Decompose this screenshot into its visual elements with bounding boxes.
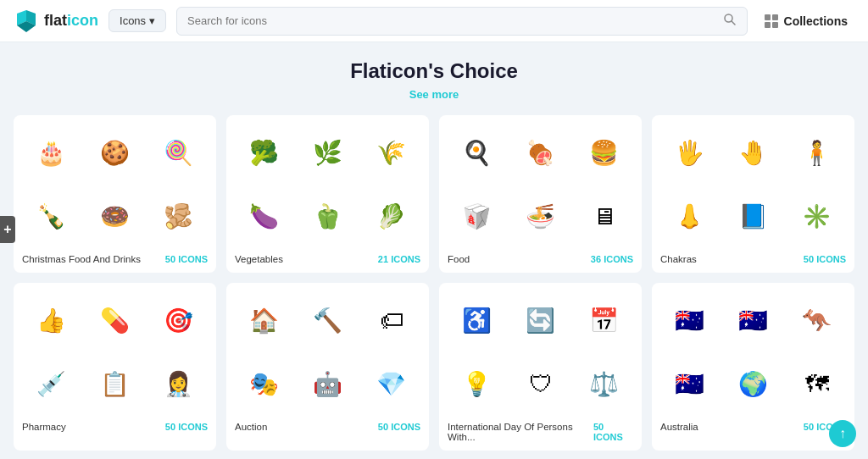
list-item: 🤚 xyxy=(724,124,782,182)
icon-card[interactable]: 🖐🤚🧍👃📘✳️Chakras50 ICONS xyxy=(652,115,854,273)
list-item: 🍪 xyxy=(86,124,144,182)
card-count: 50 ICONS xyxy=(593,422,633,442)
card-footer: Australia50 ICONS xyxy=(660,422,846,432)
list-item: 🫑 xyxy=(298,187,357,246)
list-item: 👍 xyxy=(22,291,81,350)
list-item: 📅 xyxy=(575,291,633,350)
icons-preview: ♿🔄📅💡🛡⚖️ xyxy=(448,291,633,413)
card-name: Christmas Food And Drinks xyxy=(22,254,141,264)
list-item: 🔨 xyxy=(298,291,357,350)
card-footer: Christmas Food And Drinks50 ICONS xyxy=(22,254,208,264)
list-item: 🍾 xyxy=(22,187,81,246)
list-item: 🇦🇺 xyxy=(724,291,782,350)
list-item: 🍩 xyxy=(86,187,144,246)
icon-card[interactable]: 🏠🔨🏷🎭🤖💎Auction50 ICONS xyxy=(226,283,429,451)
icon-card[interactable]: 👍💊🎯💉📋👩‍⚕️Pharmacy50 ICONS xyxy=(14,283,216,451)
list-item: 🍜 xyxy=(511,187,570,246)
icons-preview: 🏠🔨🏷🎭🤖💎 xyxy=(235,291,420,413)
list-item: ✳️ xyxy=(787,187,846,246)
icons-preview: 🥦🌿🌾🍆🫑🥬 xyxy=(235,124,420,246)
list-item: 🇦🇺 xyxy=(660,291,719,350)
list-item: 🌾 xyxy=(362,124,420,182)
card-footer: Chakras50 ICONS xyxy=(660,254,846,264)
list-item: 🍳 xyxy=(448,124,506,182)
list-item: 🌿 xyxy=(298,124,357,182)
card-name: Australia xyxy=(660,422,698,432)
card-name: International Day Of Persons With... xyxy=(448,422,593,442)
card-name: Food xyxy=(448,254,470,264)
scroll-up-button[interactable]: ↑ xyxy=(829,420,856,447)
see-more-container: See more xyxy=(14,86,854,102)
list-item: 🗺 xyxy=(787,355,846,413)
list-item: 👃 xyxy=(660,187,719,246)
list-item: ♿ xyxy=(448,291,506,350)
list-item: 🍆 xyxy=(235,187,293,246)
logo[interactable]: flaticon xyxy=(14,8,98,34)
icons-preview: 👍💊🎯💉📋👩‍⚕️ xyxy=(22,291,208,413)
list-item: 💊 xyxy=(86,291,144,350)
list-item: 📘 xyxy=(724,187,782,246)
icons-preview: 🇦🇺🇦🇺🦘🇦🇺🌍🗺 xyxy=(660,291,846,413)
list-item: 🖥 xyxy=(575,187,633,246)
list-item: 📋 xyxy=(86,355,144,413)
list-item: 🫚 xyxy=(149,187,208,246)
list-item: 🛡 xyxy=(511,355,570,413)
plus-icon: + xyxy=(3,222,11,237)
list-item: 🎂 xyxy=(22,124,81,182)
list-item: 💡 xyxy=(448,355,506,413)
icon-grid: 🎂🍪🍭🍾🍩🫚Christmas Food And Drinks50 ICONS🥦… xyxy=(14,115,854,451)
list-item: 🍔 xyxy=(575,124,633,182)
main-content: Flaticon's Choice See more 🎂🍪🍭🍾🍩🫚Christm… xyxy=(0,42,868,459)
card-footer: Auction50 ICONS xyxy=(235,422,420,432)
icons-preview: 🎂🍪🍭🍾🍩🫚 xyxy=(22,124,208,246)
card-name: Pharmacy xyxy=(22,422,66,432)
list-item: 🦘 xyxy=(787,291,846,350)
chevron-down-icon: ▾ xyxy=(149,14,155,27)
card-count: 21 ICONS xyxy=(378,254,420,264)
icon-card[interactable]: 🥦🌿🌾🍆🫑🥬Vegetables21 ICONS xyxy=(226,115,429,273)
icon-card[interactable]: ♿🔄📅💡🛡⚖️International Day Of Persons With… xyxy=(439,283,642,451)
logo-icon xyxy=(14,8,39,34)
list-item: 🎭 xyxy=(235,355,293,413)
card-count: 50 ICONS xyxy=(165,254,208,264)
add-button[interactable]: + xyxy=(0,216,15,243)
list-item: 🥬 xyxy=(362,187,420,246)
list-item: ⚖️ xyxy=(575,355,633,413)
list-item: 🍖 xyxy=(511,124,570,182)
card-count: 50 ICONS xyxy=(378,422,420,432)
collections-button[interactable]: Collections xyxy=(758,14,854,28)
collections-label: Collections xyxy=(784,14,848,28)
card-name: Vegetables xyxy=(235,254,283,264)
list-item: 🥦 xyxy=(235,124,293,182)
card-footer: Pharmacy50 ICONS xyxy=(22,422,208,432)
card-count: 50 ICONS xyxy=(804,254,846,264)
icons-nav-label: Icons xyxy=(120,14,146,27)
logo-text: flaticon xyxy=(44,12,98,30)
list-item: 🎯 xyxy=(149,291,208,350)
svg-line-5 xyxy=(732,21,735,25)
icon-card[interactable]: 🎂🍪🍭🍾🍩🫚Christmas Food And Drinks50 ICONS xyxy=(14,115,216,273)
icons-preview: 🍳🍖🍔🥡🍜🖥 xyxy=(448,124,633,246)
section-title: Flaticon's Choice xyxy=(14,59,854,83)
icons-nav-button[interactable]: Icons ▾ xyxy=(108,9,166,32)
list-item: 🔄 xyxy=(511,291,570,350)
icon-card[interactable]: 🇦🇺🇦🇺🦘🇦🇺🌍🗺Australia50 ICONS xyxy=(652,283,854,451)
icons-preview: 🖐🤚🧍👃📘✳️ xyxy=(660,124,846,246)
card-footer: International Day Of Persons With...50 I… xyxy=(448,422,633,442)
icon-card[interactable]: 🍳🍖🍔🥡🍜🖥Food36 ICONS xyxy=(439,115,642,273)
list-item: 🤖 xyxy=(298,355,357,413)
list-item: 💎 xyxy=(362,355,420,413)
list-item: 🏷 xyxy=(362,291,420,350)
search-button[interactable] xyxy=(723,13,737,30)
see-more-link[interactable]: See more xyxy=(409,88,459,101)
card-name: Chakras xyxy=(660,254,697,264)
search-icon xyxy=(723,13,737,26)
chevron-up-icon: ↑ xyxy=(839,426,846,441)
search-input[interactable] xyxy=(187,14,715,27)
search-bar xyxy=(176,7,747,36)
list-item: 🖐 xyxy=(660,124,719,182)
card-footer: Food36 ICONS xyxy=(448,254,633,264)
list-item: 🏠 xyxy=(235,291,293,350)
card-footer: Vegetables21 ICONS xyxy=(235,254,420,264)
list-item: 🥡 xyxy=(448,187,506,246)
